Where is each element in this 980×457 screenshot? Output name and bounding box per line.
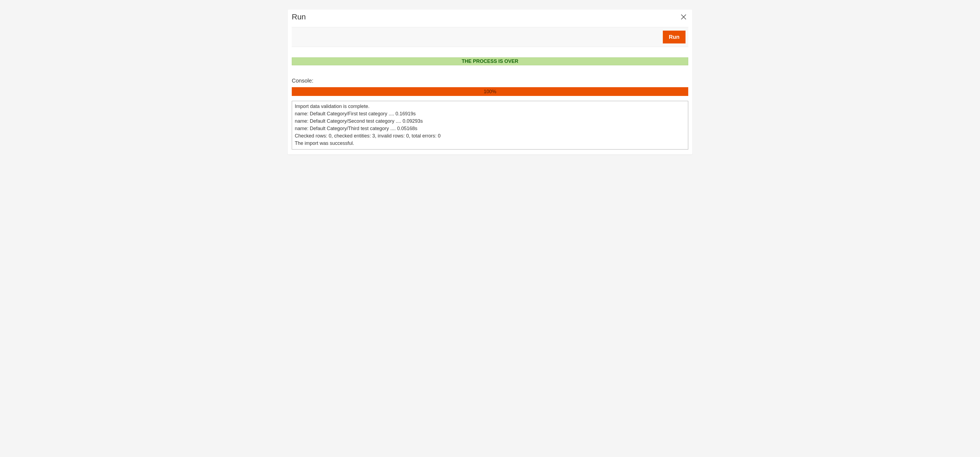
modal-title: Run: [292, 13, 306, 21]
status-banner: THE PROCESS IS OVER: [292, 57, 688, 65]
console-label: Console:: [292, 78, 688, 84]
toolbar: Run: [292, 27, 688, 47]
modal-header: Run: [292, 12, 688, 27]
progress-percent: 100%: [484, 89, 496, 95]
run-modal: Run Run THE PROCESS IS OVER Console: 100…: [288, 10, 692, 154]
console-output[interactable]: Import data validation is complete. name…: [292, 101, 688, 149]
run-button[interactable]: Run: [663, 31, 686, 43]
close-icon[interactable]: [679, 12, 688, 22]
progress-bar: 100%: [292, 87, 688, 96]
